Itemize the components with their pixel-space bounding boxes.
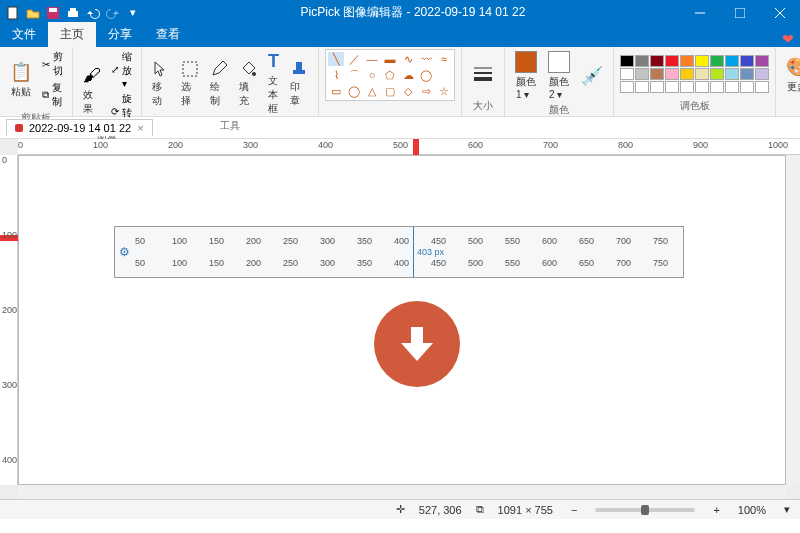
shape-star[interactable]: ☆ — [436, 84, 452, 98]
shape-curve[interactable]: ∿ — [400, 52, 416, 66]
color-swatch[interactable] — [635, 55, 649, 67]
color-swatch[interactable] — [755, 55, 769, 67]
color-swatch[interactable] — [710, 55, 724, 67]
color-swatch[interactable] — [725, 68, 739, 80]
horizontal-scrollbar[interactable] — [18, 485, 786, 499]
color-swatch[interactable] — [695, 55, 709, 67]
pixel-ruler-widget[interactable]: ⚙ 50501001001501502002002502503003003503… — [114, 226, 684, 278]
eyedropper-button[interactable]: 💉 — [577, 63, 607, 89]
shape-tri[interactable]: △ — [364, 84, 380, 98]
color-swatch[interactable] — [680, 55, 694, 67]
qat-dropdown-icon[interactable]: ▾ — [124, 4, 142, 22]
redo-icon[interactable] — [104, 4, 122, 22]
color-swatch[interactable] — [755, 81, 769, 93]
zoom-out-button[interactable]: − — [567, 504, 581, 516]
copy-button[interactable]: ⧉复制 — [39, 80, 66, 110]
fill-button[interactable]: 填充 — [235, 58, 261, 110]
cut-label: 剪切 — [53, 50, 63, 78]
close-tab-icon[interactable]: × — [137, 122, 143, 134]
color-palette[interactable] — [620, 55, 769, 93]
open-folder-icon[interactable] — [24, 4, 42, 22]
color-swatch[interactable] — [740, 68, 754, 80]
tab-view[interactable]: 查看 — [144, 22, 192, 47]
color-swatch[interactable] — [650, 68, 664, 80]
color-swatch[interactable] — [665, 68, 679, 80]
group-more-label — [782, 101, 800, 114]
shape-ellipse[interactable]: ◯ — [346, 84, 362, 98]
shape-arrow-r[interactable]: ⇨ — [418, 84, 434, 98]
zoom-slider[interactable] — [595, 508, 695, 512]
color-swatch[interactable] — [665, 81, 679, 93]
ruler-tick: 800 — [618, 140, 633, 150]
more-label: 更多 — [787, 80, 800, 94]
color-swatch[interactable] — [725, 55, 739, 67]
effects-button[interactable]: 🖌 效果 — [79, 63, 105, 118]
color-swatch[interactable] — [740, 55, 754, 67]
print-icon[interactable] — [64, 4, 82, 22]
zoom-thumb[interactable] — [641, 505, 649, 515]
color-swatch[interactable] — [650, 55, 664, 67]
color-swatch[interactable] — [650, 81, 664, 93]
vertical-scrollbar[interactable] — [786, 155, 800, 485]
color-swatch[interactable] — [740, 81, 754, 93]
resize-button[interactable]: ⤢缩放 ▾ — [108, 49, 135, 90]
select-button[interactable]: 选择 — [177, 58, 203, 110]
move-button[interactable]: 移动 — [148, 58, 174, 110]
zoom-in-button[interactable]: + — [709, 504, 723, 516]
canvas[interactable]: ⚙ 50501001001501502002002502503003003503… — [18, 155, 786, 485]
document-tab[interactable]: 2022-09-19 14 01 22 × — [6, 119, 153, 136]
color-swatch[interactable] — [620, 81, 634, 93]
color-swatch[interactable] — [620, 68, 634, 80]
shape-polyline[interactable]: ⌇ — [328, 68, 344, 82]
color-swatch[interactable] — [680, 68, 694, 80]
shape-hline[interactable]: — — [364, 52, 380, 66]
color-swatch[interactable] — [710, 68, 724, 80]
minimize-button[interactable] — [680, 0, 720, 25]
color-swatch[interactable] — [695, 68, 709, 80]
color-swatch[interactable] — [710, 81, 724, 93]
tab-home[interactable]: 主页 — [48, 22, 96, 47]
color-swatch[interactable] — [755, 68, 769, 80]
color2-button[interactable]: 颜色 2 ▾ — [544, 49, 574, 102]
shape-rect[interactable]: ▭ — [328, 84, 344, 98]
ruler-widget-tick: 600 — [542, 236, 557, 246]
save-icon[interactable] — [44, 4, 62, 22]
color1-button[interactable]: 颜色 1 ▾ — [511, 49, 541, 102]
stamp-button[interactable]: 印章 — [286, 58, 312, 110]
color-swatch[interactable] — [635, 81, 649, 93]
paste-button[interactable]: 📋 粘贴 — [6, 59, 36, 101]
color-swatch[interactable] — [620, 55, 634, 67]
shape-blob[interactable]: ◯ — [418, 68, 434, 82]
heart-icon[interactable]: ❤ — [776, 31, 800, 47]
shape-polygon[interactable]: ⬠ — [382, 68, 398, 82]
shape-arc[interactable]: ⌒ — [346, 68, 362, 82]
maximize-button[interactable] — [720, 0, 760, 25]
shape-ellipse-o[interactable]: ○ — [364, 68, 380, 82]
shape-blank1[interactable] — [436, 68, 452, 82]
new-file-icon[interactable] — [4, 4, 22, 22]
shape-wave[interactable]: ≈ — [436, 52, 452, 66]
shape-diamond[interactable]: ◇ — [400, 84, 416, 98]
tab-share[interactable]: 分享 — [96, 22, 144, 47]
cut-button[interactable]: ✂剪切 — [39, 49, 66, 79]
color-swatch[interactable] — [725, 81, 739, 93]
shape-roundrect[interactable]: ▢ — [382, 84, 398, 98]
more-button[interactable]: 🎨更多 — [782, 54, 800, 96]
color-swatch[interactable] — [680, 81, 694, 93]
shapes-gallery[interactable]: ╲ ／ — ▬ ∿ 〰 ≈ ⌇ ⌒ ○ ⬠ ☁ ◯ ▭ ◯ △ ▢ ◇ ⇨ ☆ — [325, 49, 455, 101]
color-swatch[interactable] — [695, 81, 709, 93]
color-swatch[interactable] — [665, 55, 679, 67]
tab-file[interactable]: 文件 — [0, 22, 48, 47]
color-swatch[interactable] — [635, 68, 649, 80]
shape-marker[interactable]: ▬ — [382, 52, 398, 66]
close-button[interactable] — [760, 0, 800, 25]
shape-cloud[interactable]: ☁ — [400, 68, 416, 82]
shape-line2[interactable]: ／ — [346, 52, 362, 66]
shape-freehand[interactable]: 〰 — [418, 52, 434, 66]
zoom-dropdown[interactable]: ▾ — [780, 503, 794, 516]
shape-line[interactable]: ╲ — [328, 52, 344, 66]
size-button[interactable] — [468, 61, 498, 87]
undo-icon[interactable] — [84, 4, 102, 22]
text-button[interactable]: T文本框 — [264, 49, 283, 118]
draw-button[interactable]: 绘制 — [206, 58, 232, 110]
